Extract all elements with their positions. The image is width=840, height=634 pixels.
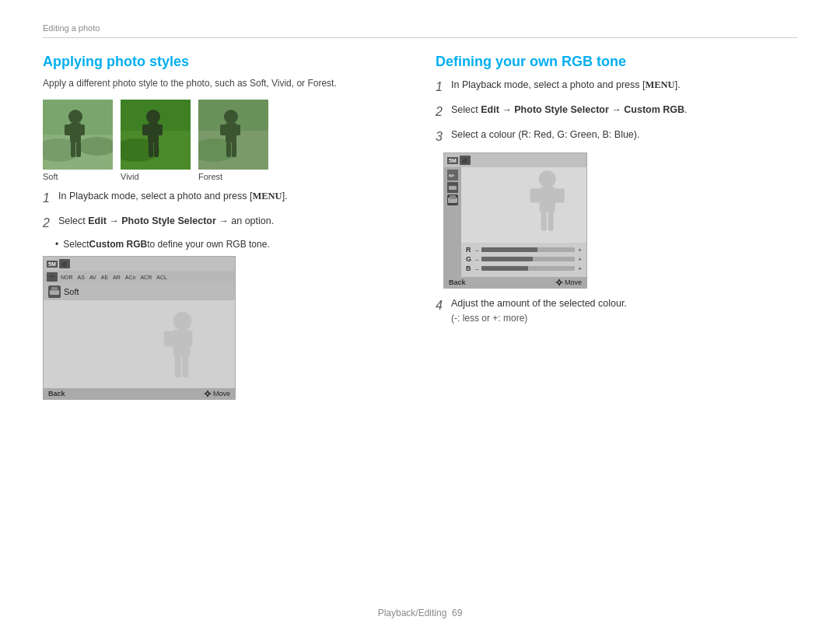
cam-menu-as: AS (76, 274, 86, 281)
photo-label-forest: Forest (198, 172, 268, 181)
rgb-row-g: G – + (466, 255, 582, 263)
rgb-fill-b (481, 266, 528, 271)
cam-menu-ae: AE (100, 274, 110, 281)
soft-icon-svg (49, 286, 60, 297)
footer-text: Playback/Editing (378, 608, 447, 618)
cam-silhouette-svg-right (461, 167, 586, 243)
svg-rect-54 (541, 212, 547, 231)
right-step-1: 1 In Playback mode, select a photo and p… (436, 78, 797, 96)
rgb-minus-g: – (475, 256, 478, 263)
svg-rect-36 (175, 356, 181, 377)
rgb-bar-g (481, 257, 575, 261)
left-section-title: Applying photo styles (43, 54, 404, 70)
right-step-3: 3 Select a colour (R: Red, G: Green, B: … (436, 128, 797, 146)
svg-marker-59 (560, 281, 563, 284)
svg-rect-31 (44, 310, 235, 379)
left-step-1: 1 In Playback mode, select a photo and p… (43, 189, 404, 208)
svg-point-32 (173, 312, 192, 331)
svg-rect-24 (220, 124, 228, 135)
svg-rect-15 (142, 124, 150, 135)
photo-forest-bg (198, 100, 268, 170)
cam-main-area-left (44, 300, 235, 388)
right-step-num-2: 2 (436, 103, 446, 121)
cam-menu-acr: ACR (138, 274, 153, 281)
photo-item-soft: Soft (43, 100, 113, 181)
soft-photo-svg (43, 100, 113, 170)
cam-5m-left: 5M (47, 261, 58, 268)
right-menu-key-1: MENU (645, 79, 674, 90)
menu-key-1: MENU (252, 191, 282, 201)
right-column: Defining your own RGB tone 1 In Playback… (436, 54, 797, 400)
rgb-plus-g: + (578, 256, 582, 263)
svg-rect-49 (461, 170, 586, 240)
right-step-text-1: In Playback mode, select a photo and pre… (451, 78, 681, 93)
right-step-num-4: 4 (436, 296, 446, 315)
left-section-desc: Apply a different photo style to the pho… (43, 76, 404, 90)
step-text-2: Select Edit → Photo Style Selector → an … (58, 214, 274, 229)
step-num-1: 1 (43, 189, 54, 208)
photo-thumb-forest (198, 100, 268, 170)
rgb-plus-r: + (578, 247, 582, 254)
svg-rect-8 (71, 142, 75, 157)
camera-screen-right: 5M ⬛ ✏ (443, 152, 587, 289)
cam-menu-av: AV (88, 274, 98, 281)
cam-option-label: Soft (64, 287, 79, 296)
svg-rect-37 (183, 356, 189, 377)
cam-menu-key-label-left: Back (48, 390, 65, 398)
page-container: Editing a photo Applying photo styles Ap… (0, 0, 840, 634)
camera-screen-left: 5M ⬛ ✏ NOR AS AV AE AR ACo ACR ACL (43, 256, 236, 400)
rgb-label-g: G (466, 255, 472, 263)
move-icon (204, 390, 212, 398)
svg-rect-9 (76, 142, 81, 157)
cam-right-content: ✏ (444, 167, 586, 277)
footer-page-num: 69 (452, 608, 462, 618)
step-num-2: 2 (43, 214, 54, 233)
svg-point-22 (224, 110, 238, 124)
left-step-2: 2 Select Edit → Photo Style Selector → a… (43, 214, 404, 233)
cam-menu-aco: ACo (124, 274, 138, 281)
rgb-label-b: B (466, 264, 472, 272)
svg-rect-30 (51, 287, 58, 291)
photo-item-vivid: Vivid (121, 100, 191, 181)
svg-point-13 (146, 110, 160, 124)
cam-move-label-left: Move (204, 390, 230, 398)
svg-rect-52 (530, 188, 541, 202)
photo-thumb-vivid (121, 100, 191, 170)
svg-text:✏: ✏ (449, 172, 455, 180)
svg-rect-48 (450, 195, 456, 199)
cam-right-iconbar: ✏ (444, 167, 461, 277)
svg-rect-7 (77, 124, 85, 135)
cam-screen-inner-left: 5M ⬛ ✏ NOR AS AV AE AR ACo ACR ACL (44, 257, 235, 399)
right-step-2: 2 Select Edit → Photo Style Selector → C… (436, 103, 797, 121)
svg-point-50 (539, 170, 556, 187)
cam-option-icon (48, 285, 61, 298)
right-step-text-2: Select Edit → Photo Style Selector → Cus… (451, 103, 688, 117)
cam-right-photo-area (461, 167, 586, 243)
cam-menu-acl: ACL (155, 274, 169, 281)
photo-row: Soft (43, 100, 404, 181)
svg-rect-55 (548, 212, 554, 231)
cam-right-icon3 (447, 194, 458, 205)
cam-silhouette-svg-left (44, 300, 235, 388)
photo-label-soft: Soft (43, 172, 113, 181)
right-step-4: 4 Adjust the amount of the selected colo… (436, 296, 797, 326)
cam-bottombar-right: Back Move (444, 277, 586, 288)
svg-rect-27 (232, 142, 236, 157)
cam-menu-row-left: ✏ NOR AS AV AE AR ACo ACR ACL (44, 271, 235, 283)
svg-rect-35 (183, 331, 193, 347)
right-step-num-3: 3 (436, 128, 446, 146)
photo-soft-bg (43, 100, 113, 170)
svg-rect-6 (65, 124, 72, 135)
photo-thumb-soft (43, 100, 113, 170)
svg-rect-53 (555, 188, 565, 202)
page-footer: Playback/Editing 69 (0, 608, 840, 618)
photo-vivid-bg (121, 100, 191, 170)
cam-bottombar-left: Back Move (44, 388, 235, 399)
breadcrumb: Editing a photo (43, 23, 797, 38)
rgb-bar-b (481, 266, 575, 271)
svg-rect-51 (540, 187, 555, 212)
step-text-1: In Playback mode, select a photo and pre… (58, 189, 288, 204)
svg-rect-18 (154, 142, 159, 157)
svg-rect-16 (155, 124, 163, 135)
cam-topbar-right: 5M ⬛ (444, 153, 586, 167)
